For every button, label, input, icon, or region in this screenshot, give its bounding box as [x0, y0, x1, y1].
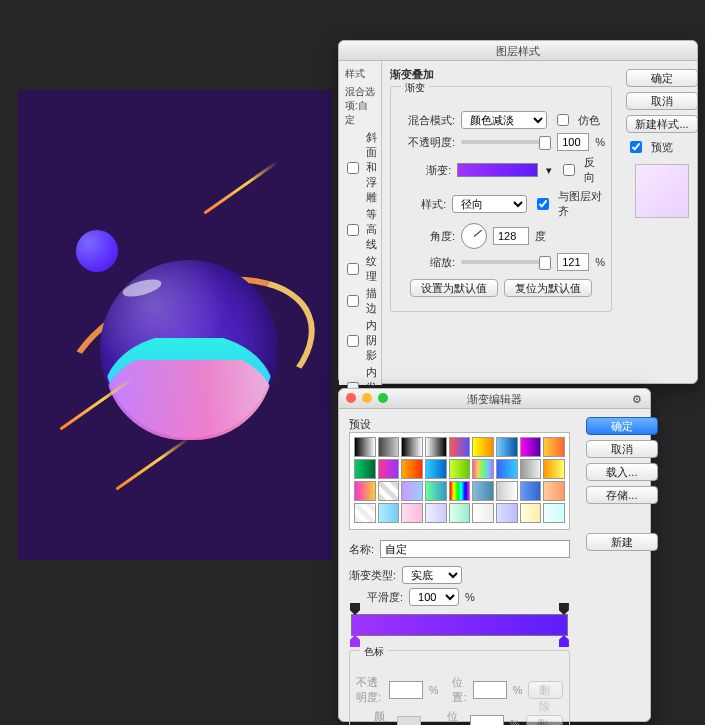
preset-swatch[interactable]	[425, 437, 447, 457]
reverse-label: 反向	[584, 155, 605, 185]
preset-swatch[interactable]	[449, 459, 471, 479]
load-button[interactable]: 载入...	[586, 463, 658, 481]
opacity-stop[interactable]	[559, 603, 569, 615]
preset-swatch[interactable]	[449, 437, 471, 457]
stop-opacity-label: 不透明度:	[356, 675, 383, 705]
preset-swatch[interactable]	[472, 503, 494, 523]
effect-checkbox[interactable]	[347, 295, 359, 307]
preview-checkbox[interactable]	[630, 141, 642, 153]
preset-swatch[interactable]	[520, 459, 542, 479]
effect-0[interactable]: 斜面和浮雕	[339, 129, 381, 206]
preset-swatch[interactable]	[496, 481, 518, 501]
moon-shape	[76, 230, 118, 272]
ok-button[interactable]: 确定	[586, 417, 658, 435]
preset-swatch[interactable]	[354, 503, 376, 523]
effect-checkbox[interactable]	[347, 162, 359, 174]
pct-label: %	[595, 136, 605, 148]
name-input[interactable]	[380, 540, 570, 558]
save-button[interactable]: 存储...	[586, 486, 658, 504]
smooth-select[interactable]: 100	[409, 588, 459, 606]
zoom-icon[interactable]	[378, 393, 388, 403]
dialog-title: 图层样式	[496, 45, 540, 57]
window-controls[interactable]	[346, 393, 388, 403]
preset-swatch[interactable]	[378, 481, 400, 501]
opacity-slider[interactable]	[461, 140, 551, 144]
set-default-button[interactable]: 设置为默认值	[410, 279, 498, 297]
preset-swatch[interactable]	[401, 459, 423, 479]
preset-swatch[interactable]	[425, 503, 447, 523]
preset-swatch[interactable]	[543, 481, 565, 501]
preset-swatch[interactable]	[425, 481, 447, 501]
effect-4[interactable]: 内阴影	[339, 317, 381, 364]
dither-checkbox[interactable]	[557, 114, 569, 126]
new-button[interactable]: 新建	[586, 533, 658, 551]
opacity-stop[interactable]	[350, 603, 360, 615]
pct-label: %	[465, 591, 475, 603]
reset-default-button[interactable]: 复位为默认值	[504, 279, 592, 297]
reverse-checkbox[interactable]	[563, 164, 575, 176]
opacity-input[interactable]	[557, 133, 589, 151]
stop-position-input	[470, 715, 504, 725]
style-select[interactable]: 径向	[452, 195, 527, 213]
blend-mode-select[interactable]: 颜色减淡	[461, 111, 547, 129]
preset-swatch[interactable]	[401, 481, 423, 501]
angle-label: 角度:	[397, 229, 455, 244]
effect-checkbox[interactable]	[347, 224, 359, 236]
effect-label: 斜面和浮雕	[366, 130, 377, 205]
cancel-button[interactable]: 取消	[626, 92, 698, 110]
effect-1[interactable]: 等高线	[339, 206, 381, 253]
preset-swatch[interactable]	[378, 459, 400, 479]
gear-icon[interactable]: ⚙	[632, 389, 642, 409]
preset-swatch[interactable]	[496, 503, 518, 523]
gradient-preview[interactable]	[457, 163, 538, 177]
preset-swatch[interactable]	[401, 437, 423, 457]
close-icon[interactable]	[346, 393, 356, 403]
presets-label: 预设	[349, 417, 570, 432]
preset-swatch[interactable]	[520, 481, 542, 501]
preset-swatch[interactable]	[354, 437, 376, 457]
blending-header[interactable]: 混合选项:自定	[339, 83, 381, 129]
cancel-button[interactable]: 取消	[586, 440, 658, 458]
preset-swatch[interactable]	[354, 459, 376, 479]
scale-input[interactable]	[557, 253, 589, 271]
delete-stop-button: 删除	[528, 681, 562, 699]
effect-3[interactable]: 描边	[339, 285, 381, 317]
preset-swatch[interactable]	[472, 481, 494, 501]
preset-swatch[interactable]	[449, 503, 471, 523]
angle-dial[interactable]	[461, 223, 487, 249]
preset-swatch[interactable]	[543, 437, 565, 457]
align-checkbox[interactable]	[537, 198, 549, 210]
preset-swatch[interactable]	[472, 459, 494, 479]
stop-opacity-input	[389, 681, 423, 699]
minimize-icon[interactable]	[362, 393, 372, 403]
dialog-titlebar[interactable]: 渐变编辑器 ⚙	[339, 389, 650, 409]
preset-swatch[interactable]	[543, 459, 565, 479]
scale-slider[interactable]	[461, 260, 551, 264]
preset-swatch[interactable]	[354, 481, 376, 501]
preset-swatch[interactable]	[520, 503, 542, 523]
preset-swatch[interactable]	[496, 437, 518, 457]
preset-swatch[interactable]	[401, 503, 423, 523]
effect-2[interactable]: 纹理	[339, 253, 381, 285]
type-select[interactable]: 实底	[402, 566, 462, 584]
effect-checkbox[interactable]	[347, 335, 359, 347]
preset-swatch[interactable]	[472, 437, 494, 457]
presets-box	[349, 432, 570, 530]
preset-swatch[interactable]	[378, 437, 400, 457]
preset-swatch[interactable]	[520, 437, 542, 457]
preset-swatch[interactable]	[543, 503, 565, 523]
preset-swatch[interactable]	[449, 481, 471, 501]
gradient-bar[interactable]	[351, 614, 568, 636]
effect-checkbox[interactable]	[347, 263, 359, 275]
dialog-titlebar[interactable]: 图层样式	[339, 41, 697, 61]
angle-input[interactable]	[493, 227, 529, 245]
preset-swatch[interactable]	[425, 459, 447, 479]
dropdown-icon[interactable]: ▾	[544, 164, 553, 177]
ok-button[interactable]: 确定	[626, 69, 698, 87]
color-stop[interactable]	[559, 635, 569, 647]
preset-swatch[interactable]	[496, 459, 518, 479]
preset-swatch[interactable]	[378, 503, 400, 523]
meteor	[115, 436, 190, 490]
color-stop[interactable]	[350, 635, 360, 647]
new-style-button[interactable]: 新建样式...	[626, 115, 698, 133]
